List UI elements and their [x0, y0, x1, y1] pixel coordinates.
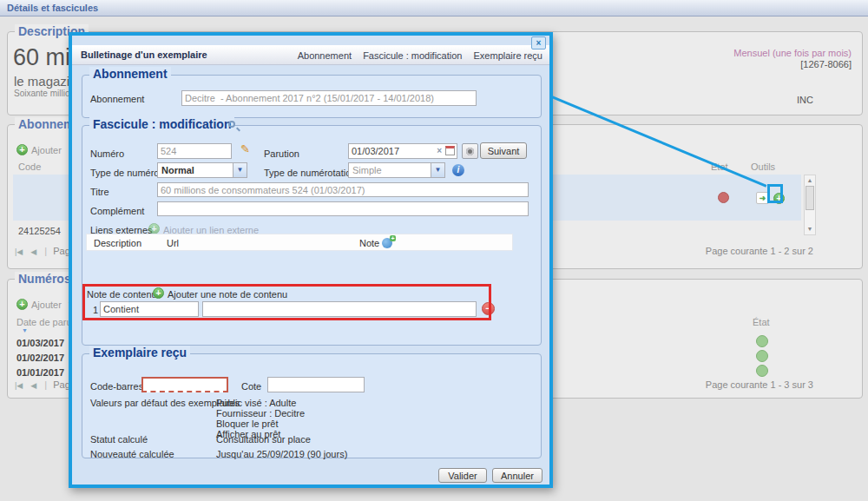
code-barres-input[interactable] — [141, 377, 228, 392]
prev-page-icon[interactable]: ◀ — [30, 247, 36, 256]
nav-link-fascicule[interactable]: Fascicule : modification — [363, 50, 462, 61]
type-numerotation-select[interactable]: Simple ▼ — [348, 162, 445, 178]
info-icon[interactable]: i — [452, 164, 464, 176]
abonnement-code-cell: 24125254 — [18, 226, 61, 236]
close-icon[interactable]: × — [531, 36, 546, 49]
titre-input[interactable] — [157, 182, 529, 197]
scroll-down-icon[interactable]: ▼ — [805, 225, 815, 234]
col-url: Url — [167, 238, 179, 248]
numero-row-date[interactable]: 01/01/2017 — [16, 367, 64, 378]
collection-code: INC — [797, 95, 813, 105]
pagination-divider: | — [44, 379, 47, 390]
suivant-button[interactable]: Suivant — [480, 142, 527, 159]
dialog-nav: Abonnement Fascicule : modification Exem… — [289, 50, 542, 61]
pagination-bar[interactable]: |◀ ◀ | Page — [15, 246, 76, 256]
nouveaute-value: Jusqu'au 25/09/2019 (90 jours) — [216, 449, 347, 459]
plus-icon: + — [16, 144, 28, 155]
liens-table-header: Description Url Note + — [86, 234, 513, 251]
row-scrollbar[interactable]: ▲ ▼ — [804, 175, 816, 235]
statut-label: Statut calculé — [90, 434, 148, 445]
pagination-divider: | — [44, 246, 47, 256]
abonnement-input[interactable] — [181, 90, 477, 106]
numero-label: Numéro — [90, 148, 124, 159]
numero-row-date[interactable]: 01/02/2017 — [16, 353, 64, 363]
clear-date-icon[interactable]: × — [437, 146, 442, 155]
type-numero-select[interactable]: Normal ▼ — [157, 162, 247, 178]
issn-label: [1267-8066] — [800, 59, 852, 69]
col-description: Description — [94, 238, 141, 248]
col-note: Note — [359, 238, 379, 248]
status-green-icon — [756, 365, 768, 377]
calendar-icon[interactable] — [445, 146, 455, 155]
dialog-title: Bulletinage d'un exemplaire — [81, 49, 207, 60]
parution-value: 01/03/2017 — [352, 146, 399, 156]
chevron-down-icon[interactable]: ▼ — [431, 163, 444, 177]
column-header-code: Code — [18, 162, 41, 172]
exemplaire-legend: Exemplaire reçu — [89, 346, 190, 359]
abonnement-fieldset: Abonnement Abonnement — [82, 75, 542, 118]
status-green-icon — [756, 335, 768, 347]
fascicule-legend: Fascicule : modification — [89, 117, 234, 131]
type-numerotation-value: Simple — [352, 165, 382, 175]
cote-label: Cote — [241, 381, 261, 392]
column-header-etat: État — [753, 317, 770, 327]
first-page-icon[interactable]: |◀ — [15, 247, 23, 256]
scroll-up-icon[interactable]: ▲ — [805, 176, 815, 185]
search-icon-handle — [236, 128, 240, 132]
page-title: Détails et fascicules — [7, 3, 98, 13]
add-numero-label: Ajouter — [31, 300, 62, 310]
annotation-highlight-square — [767, 184, 783, 203]
default-value: Bloquer le prêt — [216, 419, 305, 429]
cote-input[interactable] — [267, 377, 365, 392]
exemplaire-fieldset: Exemplaire reçu Code-barres Cote Valeurs… — [82, 353, 542, 458]
pagination-bar[interactable]: |◀ ◀ | Page — [15, 379, 76, 390]
statut-value: Consultation sur place — [216, 434, 311, 445]
type-numero-label: Type de numéro — [90, 168, 160, 178]
pagination-summary: Page courante 1 - 2 sur 2 — [706, 246, 813, 256]
search-icon[interactable] — [228, 121, 235, 128]
type-numero-value: Normal — [161, 165, 194, 175]
abonnement-legend: Abonnement — [89, 67, 171, 81]
nouveaute-label: Nouveauté calculée — [90, 449, 174, 459]
first-page-icon[interactable]: |◀ — [15, 381, 23, 390]
annotation-highlight-rect — [82, 284, 491, 320]
prediction-settings-button[interactable] — [462, 143, 478, 159]
pagination-summary: Page courante 1 - 3 sur 3 — [706, 379, 813, 390]
sort-desc-icon: ▼ — [22, 327, 28, 333]
status-red-icon — [718, 192, 729, 203]
parution-field[interactable]: 01/03/2017 × — [348, 143, 457, 159]
plus-icon: + — [16, 299, 28, 310]
nav-link-exemplaire[interactable]: Exemplaire reçu — [474, 50, 542, 61]
plus-icon: + — [390, 235, 396, 241]
default-value: Public visé : Adulte — [216, 398, 305, 408]
chevron-down-icon[interactable]: ▼ — [233, 163, 247, 177]
window-titlebar: Détails et fascicules — [0, 0, 868, 16]
parution-label: Parution — [264, 148, 299, 159]
gear-icon — [466, 148, 474, 155]
nav-link-abonnement[interactable]: Abonnement — [298, 50, 352, 61]
numero-row-date[interactable]: 01/03/2017 — [16, 338, 64, 348]
code-barres-label: Code-barres — [90, 381, 143, 392]
numero-input[interactable] — [157, 143, 232, 159]
titre-label: Titre — [90, 187, 109, 197]
valider-button[interactable]: Valider — [438, 468, 487, 483]
bulletinage-dialog: × Bulletinage d'un exemplaire Abonnement… — [69, 32, 553, 488]
abonnement-label: Abonnement — [90, 94, 144, 104]
edit-pencil-icon[interactable]: ✎ — [240, 142, 250, 155]
prev-page-icon[interactable]: ◀ — [30, 381, 36, 390]
complement-input[interactable] — [157, 201, 529, 216]
add-abonnement-label: Ajouter — [31, 145, 62, 155]
type-numerotation-label: Type de numérotation — [264, 168, 356, 178]
dialog-titlebar: Bulletinage d'un exemplaire Abonnement F… — [72, 45, 549, 65]
status-green-icon — [756, 350, 768, 362]
scroll-thumb[interactable] — [806, 186, 814, 210]
column-header-outils: Outils — [751, 162, 775, 172]
annuler-button[interactable]: Annuler — [492, 468, 542, 483]
complement-label: Complément — [90, 206, 144, 216]
default-value: Fournisseur : Decitre — [216, 408, 305, 419]
periodicity-label: Mensuel (une fois par mois) — [733, 48, 852, 58]
